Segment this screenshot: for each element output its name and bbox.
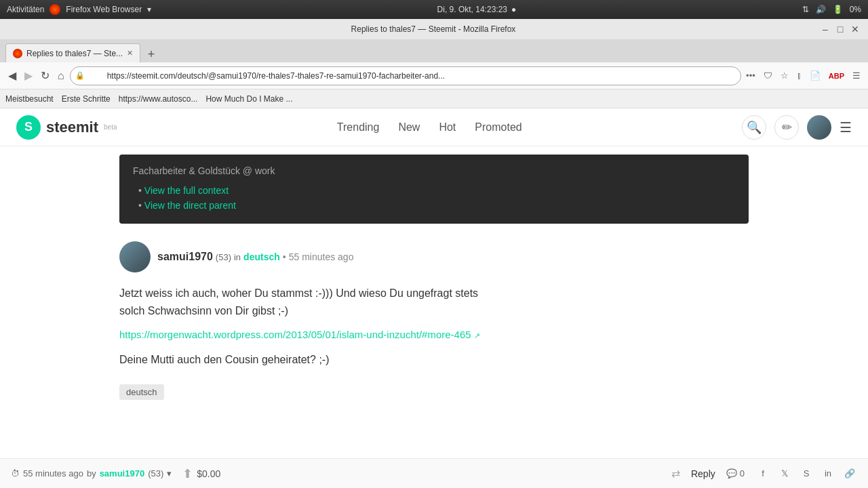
context-list: View the full context View the direct pa… — [133, 183, 735, 213]
post-body-line3: Deine Mutti auch den Cousin geheiratet? … — [119, 351, 749, 369]
url-text: https://steemit.com/deutsch/@samui1970/r… — [91, 71, 720, 81]
url-container: 🔒 https://steemit.com/deutsch/@samui1970… — [70, 66, 741, 85]
footer-vote: ⬆ $0.00 — [182, 466, 220, 481]
resteem-button[interactable]: ⇄ — [671, 467, 680, 480]
footer-time-text: 55 minutes ago — [23, 468, 83, 479]
content-area: Facharbeiter & Goldstück @ work View the… — [108, 155, 760, 405]
bookmark-item-3[interactable]: https://www.autosco... — [119, 94, 198, 104]
tab-label: Replies to thales7 — Ste... — [26, 49, 123, 58]
os-bar-right: ⇅ 🔊 🔋 0% — [802, 5, 861, 14]
maximize-button[interactable]: □ — [834, 23, 846, 35]
browser-tab[interactable]: Replies to thales7 — Ste... ✕ — [5, 43, 140, 62]
context-title: Facharbeiter & Goldstück @ work — [133, 165, 735, 176]
reply-button[interactable]: Reply — [691, 468, 715, 479]
user-avatar[interactable] — [807, 115, 831, 140]
steemit-logo-text: steemit — [46, 119, 98, 136]
steemit-logo: S steemit beta — [16, 115, 117, 140]
nav-new[interactable]: New — [398, 121, 420, 134]
nav-promoted[interactable]: Promoted — [475, 121, 521, 134]
shield-icon[interactable]: 🛡 — [762, 68, 774, 83]
author-community[interactable]: deutsch — [243, 251, 280, 262]
network-icon: ⇅ — [802, 5, 809, 14]
url-bar[interactable]: 🔒 https://steemit.com/deutsch/@samui1970… — [70, 66, 741, 85]
minimize-button[interactable]: – — [819, 23, 831, 35]
browser-title: Replies to thales7 — Steemit - Mozilla F… — [47, 24, 819, 34]
bookmark-item-4[interactable]: How Much Do I Make ... — [205, 94, 292, 104]
bookmarks-bar: Meistbesucht Erste Schritte https://www.… — [0, 89, 868, 108]
tab-favicon — [13, 49, 22, 58]
os-bar-center: Di, 9. Okt, 14:23:23 ● — [437, 5, 517, 14]
post-body: Jetzt weiss ich auch, woher Du stammst :… — [119, 279, 749, 373]
author-in-label: in — [234, 252, 241, 262]
post-footer: ⏱ 55 minutes ago by samui1970 (53) ▾ ⬆ $… — [0, 458, 868, 488]
steemit-logo-icon: S — [16, 115, 41, 140]
os-datetime: Di, 9. Okt, 14:23:23 — [437, 5, 507, 14]
linkedin-share-icon[interactable]: in — [821, 466, 835, 481]
tab-bar: Replies to thales7 — Ste... ✕ + — [0, 39, 868, 62]
os-dot: ● — [511, 5, 516, 14]
view-direct-parent-link[interactable]: View the direct parent — [144, 200, 236, 211]
author-separator: • — [283, 251, 286, 262]
new-tab-button[interactable]: + — [143, 46, 159, 62]
bookmark-star-icon[interactable]: ☆ — [778, 68, 791, 83]
more-button[interactable]: ••• — [744, 68, 757, 83]
avatar-image — [119, 241, 151, 272]
hamburger-menu-button[interactable]: ☰ — [840, 119, 852, 136]
twitter-share-icon[interactable]: 𝕏 — [777, 466, 792, 481]
post-external-link[interactable]: https://morgenwacht.wordpress.com/2013/0… — [119, 327, 749, 343]
tag-deutsch[interactable]: deutsch — [119, 384, 164, 400]
close-button[interactable]: ✕ — [849, 23, 861, 35]
comment-count: 💬 0 — [726, 468, 745, 479]
reply-label: Reply — [691, 468, 715, 479]
author-info: samui1970 (53) in deutsch • 55 minutes a… — [157, 251, 353, 263]
footer-time: ⏱ 55 minutes ago by samui1970 (53) ▾ — [11, 468, 172, 479]
window-controls[interactable]: – □ ✕ — [819, 23, 861, 35]
sidebar-toggle[interactable]: ⫿ — [795, 68, 804, 83]
context-box: Facharbeiter & Goldstück @ work View the… — [119, 155, 749, 224]
nav-trending[interactable]: Trending — [337, 121, 380, 134]
home-button[interactable]: ⌂ — [55, 67, 67, 85]
tab-close-icon[interactable]: ✕ — [127, 49, 133, 58]
footer-amount: $0.00 — [197, 468, 220, 479]
reload-button[interactable]: ↻ — [38, 66, 52, 85]
os-bar-left: Aktivitäten Firefox Web Browser ▾ — [7, 4, 151, 15]
compose-icon[interactable]: ✏ — [774, 115, 799, 140]
back-button[interactable]: ◀ — [5, 66, 19, 85]
reader-mode-button[interactable]: 📄 — [808, 68, 823, 83]
lock-icon: 🔒 — [75, 71, 85, 80]
search-icon[interactable]: 🔍 — [742, 115, 766, 140]
facebook-share-icon[interactable]: f — [755, 466, 770, 481]
copy-link-icon[interactable]: 🔗 — [842, 466, 857, 481]
post-body-line2: solch Schwachsinn von Dir gibst ;-) — [119, 302, 749, 320]
menu-button[interactable]: ☰ — [850, 68, 863, 83]
upvote-button[interactable]: ⬆ — [182, 466, 193, 481]
author-rep: (53) — [216, 252, 231, 262]
footer-rep-dropdown[interactable]: ▾ — [167, 468, 172, 479]
author-name[interactable]: samui1970 — [157, 251, 213, 263]
forward-button[interactable]: ▶ — [22, 66, 35, 85]
footer-social-actions: f 𝕏 S in 🔗 — [755, 466, 857, 481]
footer-author-name[interactable]: samui1970 — [100, 468, 145, 479]
os-activities[interactable]: Aktivitäten — [7, 5, 44, 14]
steemit-nav-actions: 🔍 ✏ ☰ — [742, 115, 852, 140]
tags-row: deutsch — [119, 373, 749, 405]
view-full-context-link[interactable]: View the full context — [144, 185, 229, 196]
steemit-share-icon[interactable]: S — [799, 466, 814, 481]
steemit-nav-links: Trending New Hot Promoted — [337, 121, 522, 134]
steemit-navbar: S steemit beta Trending New Hot Promoted… — [0, 108, 868, 146]
bookmark-item-2[interactable]: Erste Schritte — [62, 94, 111, 104]
adblock-icon[interactable]: ABP — [827, 70, 846, 82]
author-avatar[interactable] — [119, 241, 151, 272]
post-body-line1: Jetzt weiss ich auch, woher Du stammst :… — [119, 285, 749, 302]
post-link-text: https://morgenwacht.wordpress.com/2013/0… — [119, 329, 471, 340]
comment-number: 0 — [740, 468, 745, 479]
author-row: samui1970 (53) in deutsch • 55 minutes a… — [119, 232, 749, 279]
browser-label[interactable]: Firefox Web Browser — [66, 5, 142, 14]
bookmark-item-1[interactable]: Meistbesucht — [5, 94, 54, 104]
os-dropdown-icon[interactable]: ▾ — [147, 5, 151, 14]
battery-label: 0% — [850, 5, 861, 14]
nav-hot[interactable]: Hot — [439, 121, 456, 134]
os-bar: Aktivitäten Firefox Web Browser ▾ Di, 9.… — [0, 0, 868, 19]
footer-by-label: by — [87, 468, 96, 479]
post-time-ago: 55 minutes ago — [289, 251, 354, 262]
